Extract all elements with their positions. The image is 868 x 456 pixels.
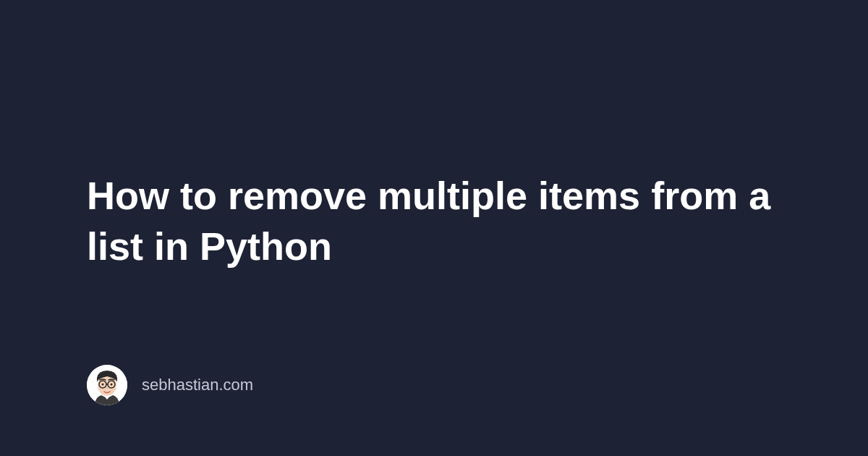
svg-point-5: [102, 384, 104, 386]
author-section: sebhastian.com: [87, 365, 253, 405]
site-name: sebhastian.com: [142, 376, 253, 394]
author-avatar: [87, 365, 127, 405]
svg-point-6: [111, 384, 113, 386]
article-title: How to remove multiple items from a list…: [87, 170, 781, 271]
